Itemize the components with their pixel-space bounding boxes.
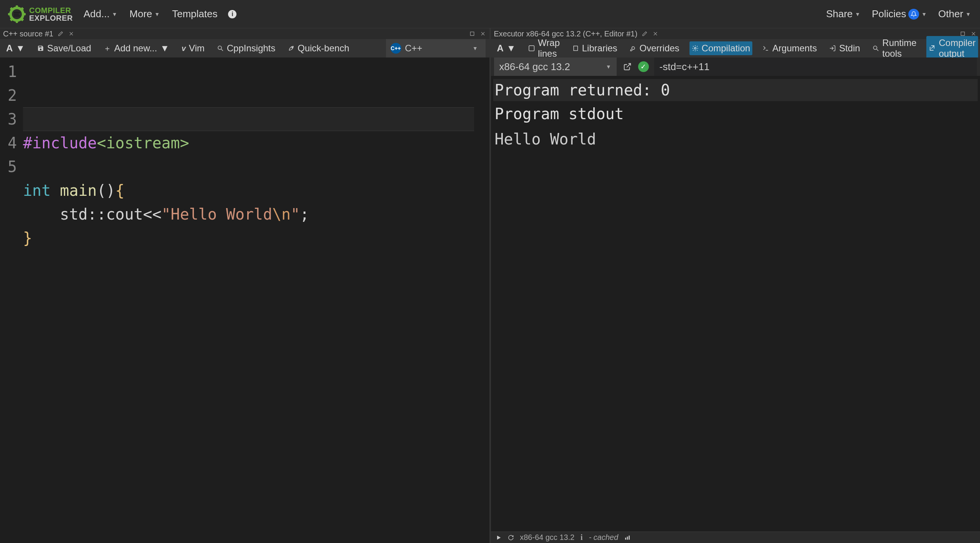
stdin-button[interactable]: Stdin [827,41,862,55]
save-load-button[interactable]: Save/Load [35,41,94,55]
wrench-icon [630,45,637,52]
stats-icon[interactable] [624,535,630,541]
caret-icon: ▼ [855,11,860,17]
maximize-icon[interactable] [469,30,476,37]
output-stdout-heading: Program stdout [493,103,978,125]
output-area[interactable]: Program returned: 0 Program stdout Hello… [491,76,980,532]
nav-templates[interactable]: Templates [171,6,219,22]
run-button[interactable] [496,535,502,541]
font-size-button[interactable]: A▼ [495,41,518,55]
editor-pane: C++ source #1 A▼ Save/Lo [0,28,491,543]
code-editor[interactable]: 12345 #include<iostream> int main(){ std… [0,57,489,543]
compiler-output-toggle[interactable]: Compiler output [926,36,978,61]
output-return-line: Program returned: 0 [493,79,978,101]
add-new-button[interactable]: ＋ Add new...▼ [101,41,172,55]
caret-icon: ▼ [965,11,971,17]
caret-icon: ▼ [606,64,611,70]
top-nav: COMPILER EXPLORER Add...▼ More▼ Template… [0,0,980,28]
svg-rect-33 [625,538,626,540]
executor-tab-title[interactable]: Executor x86-64 gcc 13.2 (C++, Editor #1… [494,30,638,38]
overrides-button[interactable]: Overrides [627,41,682,55]
info-icon[interactable]: i [228,10,236,18]
nav-other[interactable]: Other▼ [937,6,972,22]
arguments-button[interactable]: Arguments [760,41,819,55]
compiler-options-input[interactable] [654,57,977,76]
logo[interactable]: COMPILER EXPLORER [8,5,73,23]
caret-icon: ▼ [112,11,117,17]
runtime-tools-button[interactable]: Runtime tools [870,36,919,61]
svg-rect-14 [470,32,474,35]
compiler-bar: x86-64 gcc 13.2 ▼ ✓ [491,57,980,76]
compiler-select[interactable]: x86-64 gcc 13.2 ▼ [494,57,617,76]
svg-line-31 [627,64,630,67]
cppinsights-button[interactable]: CppInsights [215,41,278,55]
editor-tabbar: C++ source #1 [0,28,489,39]
main-split: C++ source #1 A▼ Save/Lo [0,28,980,543]
svg-rect-22 [961,32,964,35]
svg-point-26 [694,48,696,49]
code-content[interactable]: #include<iostream> int main(){ std::cout… [23,57,489,543]
quick-bench-button[interactable]: Quick-bench [286,41,352,55]
editor-tab-title[interactable]: C++ source #1 [3,30,53,38]
caret-icon: ▼ [160,43,169,54]
nav-share[interactable]: Share▼ [824,6,862,22]
status-ok-icon: ✓ [638,61,649,72]
save-icon [37,45,44,52]
svg-rect-34 [627,536,628,540]
svg-rect-35 [629,535,630,540]
caret-icon: ▼ [16,43,25,54]
caret-icon: ▼ [473,45,478,51]
plus-icon: ＋ [103,43,111,54]
svg-rect-1 [16,5,18,8]
caret-icon: ▼ [507,43,516,54]
libraries-button[interactable]: Libraries [570,41,620,55]
executor-toolbar: A▼ Wrap lines Libraries Overrides [491,39,980,57]
executor-pane: Executor x86-64 gcc 13.2 (C++, Editor #1… [491,28,980,543]
svg-rect-3 [8,13,11,15]
pencil-icon[interactable] [641,30,648,37]
svg-line-18 [221,49,223,51]
language-select[interactable]: C++ C++ ▼ [386,39,486,57]
info-small-icon[interactable]: i [581,533,583,542]
gears-icon [692,45,699,52]
book-icon [572,45,579,52]
font-size-button[interactable]: A▼ [4,41,27,55]
caret-icon: ▼ [921,11,927,17]
terminal-icon [762,45,769,52]
svg-rect-2 [16,20,18,23]
popout-icon[interactable] [622,61,633,72]
nav-more[interactable]: More▼ [128,6,161,22]
svg-rect-4 [23,13,26,15]
status-cached-label: - cached [589,533,618,542]
pane-close-icon[interactable] [479,30,486,37]
vim-button[interactable]: v Vim [179,41,207,55]
output-stdout-content: Hello World [493,128,978,150]
svg-point-17 [218,46,222,49]
svg-line-30 [877,49,878,51]
checkbox-icon [528,45,535,52]
status-compiler-label: x86-64 gcc 13.2 [520,533,575,542]
magnifier-icon [872,45,879,52]
logo-text: COMPILER EXPLORER [29,7,73,22]
status-bar: x86-64 gcc 13.2 i - cached [491,532,980,543]
compilation-toggle[interactable]: Compilation [689,41,753,55]
close-icon[interactable] [68,30,75,37]
svg-rect-25 [529,46,534,51]
editor-toolbar: A▼ Save/Load ＋ Add new...▼ v Vim CppIn [0,39,489,57]
pencil-icon[interactable] [57,30,64,37]
bell-icon [908,9,919,20]
wrap-lines-toggle[interactable]: Wrap lines [526,36,562,61]
nav-policies[interactable]: Policies ▼ [870,6,928,22]
nav-add[interactable]: Add...▼ [82,6,119,22]
reload-button[interactable] [508,535,514,541]
close-icon[interactable] [652,30,659,37]
rocket-icon [288,45,295,52]
active-line-highlight [23,107,474,131]
login-icon [829,45,836,52]
svg-point-19 [292,47,292,48]
caret-icon: ▼ [154,11,160,17]
svg-point-29 [873,46,877,49]
svg-marker-32 [497,535,501,540]
export-icon [929,45,936,52]
cpp-icon: C++ [391,43,401,54]
